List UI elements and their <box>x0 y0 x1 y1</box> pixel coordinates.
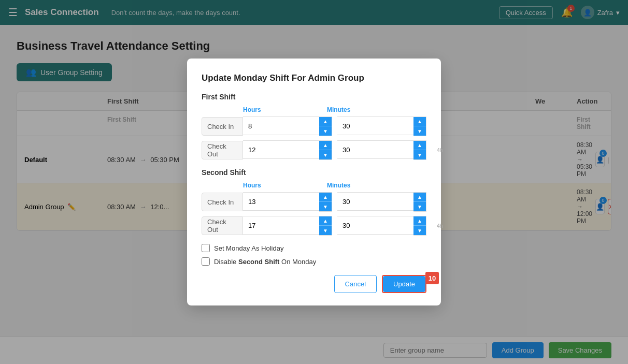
first-shift-checkout-minutes-down[interactable]: ▼ <box>413 150 426 159</box>
disable-label-prefix: Disable <box>214 258 236 266</box>
modal-cancel-button[interactable]: Cancel <box>334 275 377 293</box>
first-shift-checkout-label: Check Out <box>202 141 243 159</box>
first-shift-checkin-minutes-spinner: ▲ ▼ <box>413 117 426 136</box>
second-shift-checkin-minutes-spinner: ▲ ▼ <box>413 192 426 212</box>
first-shift-header: Hours Minutes <box>202 106 426 113</box>
second-shift-duration: 4h <box>437 223 443 229</box>
modal-update-button[interactable]: Update <box>383 276 425 292</box>
second-shift-checkout-minutes-input[interactable] <box>337 216 413 235</box>
first-shift-checkout-hours-up[interactable]: ▲ <box>319 141 332 150</box>
second-shift-checkin-hours-input[interactable] <box>243 192 319 211</box>
update-badge: 10 <box>425 272 439 284</box>
first-shift-checkin-minutes-up[interactable]: ▲ <box>413 117 426 126</box>
second-shift-checkout-label: Check Out <box>202 216 243 235</box>
disable-label-suffix: On Monday <box>281 258 316 266</box>
second-shift-checkin-minutes-up[interactable]: ▲ <box>413 193 426 202</box>
first-shift-checkin-hours-input[interactable] <box>243 117 319 135</box>
disable-second-shift-label: Disable Second Shift On Monday <box>214 258 316 266</box>
first-shift-checkin-hours-spinner: ▲ ▼ <box>319 117 332 136</box>
second-shift-checkin-hours-wrap: ▲ ▼ <box>243 192 332 212</box>
first-shift-checkin-hours-down[interactable]: ▼ <box>319 126 332 136</box>
first-shift-section: First Shift Hours Minutes Check In ▲ ▼ <box>202 93 426 160</box>
second-shift-checkin-label: Check In <box>202 193 243 211</box>
second-shift-minutes-header: Minutes <box>327 182 406 189</box>
first-shift-checkout-hours-input[interactable] <box>243 140 319 159</box>
first-shift-checkout-minutes-spinner: ▲ ▼ <box>413 140 426 160</box>
first-shift-checkout-row: Check Out ▲ ▼ ▲ ▼ 4h <box>202 140 426 160</box>
second-shift-hours-header: Hours <box>243 182 322 189</box>
second-shift-checkin-minutes-down[interactable]: ▼ <box>413 202 426 211</box>
first-shift-label: First Shift <box>202 93 426 101</box>
second-shift-checkout-minutes-spinner: ▲ ▼ <box>413 216 426 236</box>
first-shift-checkin-label: Check In <box>202 117 243 136</box>
second-shift-checkin-hours-down[interactable]: ▼ <box>319 202 332 211</box>
holiday-checkbox-row: Set Monday As Holiday <box>202 244 426 252</box>
first-shift-checkout-hours-down[interactable]: ▼ <box>319 150 332 159</box>
second-shift-checkin-row: Check In ▲ ▼ ▲ ▼ <box>202 192 426 212</box>
modal-footer: Cancel Update 10 <box>202 275 426 293</box>
second-shift-header: Hours Minutes <box>202 182 426 189</box>
first-shift-checkout-hours-spinner: ▲ ▼ <box>319 140 332 160</box>
first-shift-checkin-hours-wrap: ▲ ▼ <box>243 117 332 136</box>
update-btn-container: Update 10 <box>382 275 426 293</box>
second-shift-checkout-hours-down[interactable]: ▼ <box>319 226 332 235</box>
disable-label-bold: Second Shift <box>238 258 279 266</box>
first-shift-checkout-minutes-up[interactable]: ▲ <box>413 141 426 150</box>
second-shift-checkin-minutes-input[interactable] <box>337 192 413 211</box>
first-shift-checkout-hours-wrap: ▲ ▼ <box>243 140 332 160</box>
first-shift-checkout-minutes-wrap: ▲ ▼ <box>337 140 426 160</box>
second-shift-checkin-hours-spinner: ▲ ▼ <box>319 192 332 212</box>
second-shift-checkout-hours-spinner: ▲ ▼ <box>319 216 332 236</box>
first-shift-checkin-minutes-down[interactable]: ▼ <box>413 126 426 136</box>
second-shift-checkout-hours-wrap: ▲ ▼ <box>243 216 332 236</box>
holiday-checkbox-label: Set Monday As Holiday <box>214 244 283 252</box>
first-shift-checkin-minutes-wrap: ▲ ▼ <box>337 117 426 136</box>
modal-overlay: Update Monday Shift For Admin Group Firs… <box>0 0 628 364</box>
second-shift-checkout-hours-input[interactable] <box>243 216 319 235</box>
modal-title: Update Monday Shift For Admin Group <box>202 73 426 83</box>
second-shift-checkin-minutes-wrap: ▲ ▼ <box>337 192 426 212</box>
disable-second-shift-checkbox-row: Disable Second Shift On Monday <box>202 257 426 266</box>
second-shift-label: Second Shift <box>202 168 426 177</box>
update-shift-modal: Update Monday Shift For Admin Group Firs… <box>187 59 441 305</box>
disable-second-shift-checkbox[interactable] <box>202 257 210 266</box>
first-shift-hours-header: Hours <box>243 106 322 113</box>
second-shift-checkout-minutes-up[interactable]: ▲ <box>413 216 426 226</box>
first-shift-checkin-hours-up[interactable]: ▲ <box>319 117 332 126</box>
first-shift-checkout-minutes-input[interactable] <box>337 140 413 159</box>
second-shift-checkout-minutes-wrap: ▲ ▼ <box>337 216 426 236</box>
holiday-checkbox[interactable] <box>202 244 210 252</box>
second-shift-checkout-minutes-down[interactable]: ▼ <box>413 226 426 235</box>
first-shift-minutes-header: Minutes <box>327 106 406 113</box>
first-shift-checkin-minutes-input[interactable] <box>337 117 413 135</box>
second-shift-section: Second Shift Hours Minutes Check In ▲ ▼ <box>202 168 426 236</box>
first-shift-checkin-row: Check In ▲ ▼ ▲ ▼ <box>202 117 426 136</box>
second-shift-checkin-hours-up[interactable]: ▲ <box>319 193 332 202</box>
first-shift-duration: 4h <box>437 147 443 153</box>
second-shift-checkout-row: Check Out ▲ ▼ ▲ ▼ 4h <box>202 216 426 236</box>
second-shift-checkout-hours-up[interactable]: ▲ <box>319 216 332 226</box>
